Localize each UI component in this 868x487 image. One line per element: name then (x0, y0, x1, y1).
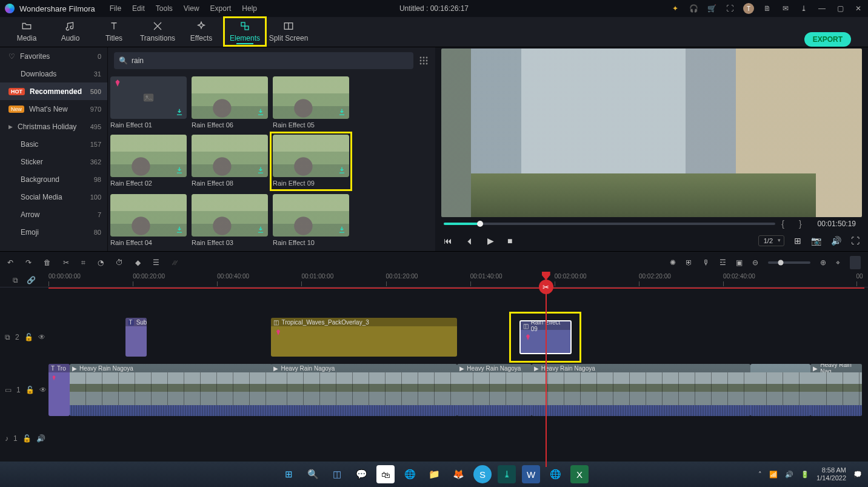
prev-frame-icon[interactable]: ⏮ (444, 236, 452, 246)
notifications-icon[interactable]: 💭 (853, 471, 862, 479)
scissors-icon[interactable]: ✂ (539, 280, 553, 294)
cart-icon[interactable]: 🛒 (707, 4, 716, 13)
tray-chevron-icon[interactable]: ˄ (758, 471, 762, 479)
thumbnail-image[interactable] (110, 76, 187, 119)
sidebar-item-basic[interactable]: Basic157 (0, 135, 107, 153)
tab-effects[interactable]: Effects (179, 16, 223, 47)
thumbnail-image[interactable] (110, 194, 187, 237)
firefox-icon[interactable]: 🦊 (449, 465, 467, 483)
snapshot-icon[interactable]: 📷 (811, 236, 821, 246)
play-icon[interactable]: ▶ (487, 236, 494, 246)
thumbnail-card[interactable]: Rain Effect 06 (192, 76, 268, 129)
sidebar-item-christmas[interactable]: ▶ Christmas Holiday 495 (0, 118, 107, 135)
visibility-icon[interactable]: 👁 (39, 386, 47, 394)
timeline-ruler[interactable]: ⧉ 🔗 00:00:00:0000:00:20:0000:00:40:0000:… (0, 273, 868, 287)
clip-video[interactable]: ▶Heavy Rain Nagoya (271, 364, 457, 416)
playhead[interactable]: ✂ (546, 273, 547, 467)
voiceover-icon[interactable]: 🎙 (703, 258, 710, 267)
thumbnail-image[interactable] (273, 76, 349, 119)
idea-icon[interactable]: ✦ (670, 4, 680, 13)
preview-page-select[interactable]: 1/2 (758, 235, 784, 246)
battery-icon[interactable]: 🔋 (801, 471, 809, 479)
clip-overlay[interactable]: ◫Tropical_Waves_PackOverlay_3 (271, 318, 457, 357)
mixer-icon[interactable]: ☲ (719, 258, 726, 267)
export-button[interactable]: EXPORT (804, 32, 851, 47)
sidebar-item-socialmedia[interactable]: Social Media100 (0, 188, 107, 206)
chat-icon[interactable]: 💬 (352, 465, 370, 483)
duration-icon[interactable]: ⏱ (116, 258, 123, 267)
stop-icon[interactable]: ■ (507, 236, 512, 246)
thumbnail-image[interactable] (192, 194, 268, 237)
zoom-out-icon[interactable]: ⊖ (752, 258, 758, 267)
thumbnail-image[interactable] (192, 135, 268, 177)
grid-view-icon[interactable] (418, 55, 429, 66)
display-icon[interactable]: ⊞ (794, 236, 801, 246)
menu-tools[interactable]: Tools (156, 4, 173, 13)
zoom-slider[interactable] (768, 261, 810, 264)
thumbnail-image[interactable] (273, 194, 349, 237)
tab-transitions[interactable]: Transitions (136, 16, 179, 47)
save-icon[interactable]: 🗎 (763, 4, 772, 13)
mark-in-out-icon[interactable]: { } (781, 219, 807, 229)
keyframe-icon[interactable]: ◆ (135, 258, 141, 267)
thumbnail-card[interactable]: Rain Effect 03 (192, 194, 268, 246)
taskbar-search-icon[interactable]: 🔍 (304, 465, 322, 483)
sound-icon[interactable]: 🔊 (785, 471, 793, 479)
sidebar-item-arrow[interactable]: Arrow7 (0, 206, 107, 223)
speed-icon[interactable]: ◔ (98, 258, 104, 267)
fullscreen-icon[interactable]: ⛶ (851, 236, 860, 246)
gift-icon[interactable]: ⛶ (725, 4, 735, 13)
clip-video[interactable]: ▶Heavy Rain Nagoya (457, 364, 531, 416)
redo-icon[interactable]: ↷ (25, 258, 32, 267)
menu-view[interactable]: View (184, 4, 199, 13)
lock-icon[interactable]: 🔓 (25, 386, 35, 394)
search-input[interactable] (132, 56, 409, 65)
sidebar-item-recommended[interactable]: HOT Recommended 500 (0, 82, 107, 100)
thumbnail-card[interactable]: Rain Effect 08 (192, 135, 268, 188)
excel-icon[interactable]: X (570, 465, 589, 483)
taskbar-clock[interactable]: 8:58 AM 1/14/2022 (816, 466, 846, 482)
window-close-icon[interactable]: ✕ (853, 4, 863, 13)
filmora-app-icon[interactable]: ⤓ (498, 465, 516, 483)
clip-video[interactable] (750, 364, 811, 416)
clip-video[interactable]: ▶Heavy Rain Nagoya (70, 364, 272, 416)
sidebar-item-emoji[interactable]: Emoji80 (0, 223, 107, 241)
group-icon[interactable]: ▣ (736, 258, 743, 267)
timeline-area[interactable]: ✂ ⧉ 2 🔓 👁 TSub ◫Tropical_Waves_PackOverl… (0, 287, 868, 467)
clip-video[interactable]: ▶Heavy Rain Nagoya (532, 364, 750, 416)
support-icon[interactable]: 🎧 (689, 4, 698, 13)
adjust-icon[interactable]: ☰ (153, 258, 159, 267)
step-back-icon[interactable]: ⏴ (466, 236, 474, 246)
undo-icon[interactable]: ↶ (7, 258, 13, 267)
thumbnail-image[interactable] (192, 76, 268, 119)
clip-video[interactable]: ▶Heavy Rain Nag (810, 364, 862, 416)
word-icon[interactable]: W (522, 465, 540, 483)
zoom-in-icon[interactable]: ⊕ (820, 258, 826, 267)
link-icon[interactable]: 🔗 (27, 276, 36, 284)
thumbnail-card[interactable]: Rain Effect 09 (273, 135, 349, 188)
sidebar-item-background[interactable]: Background98 (0, 170, 107, 188)
thumbnail-card[interactable]: Rain Effect 01 (110, 76, 187, 129)
clip-subtitle[interactable]: TSub (125, 318, 147, 357)
window-min-icon[interactable]: — (817, 4, 827, 13)
crop-icon[interactable]: ⌗ (81, 258, 85, 267)
tab-media[interactable]: Media (5, 16, 48, 47)
sidebar-item-sticker[interactable]: Sticker362 (0, 153, 107, 170)
mute-icon[interactable]: 🔊 (36, 434, 45, 443)
split-icon[interactable]: ✂ (63, 258, 69, 267)
sidebar-item-downloads[interactable]: Downloads 31 (0, 65, 107, 82)
thumbnail-card[interactable]: Rain Effect 10 (273, 194, 349, 246)
menu-file[interactable]: File (110, 4, 121, 13)
tab-splitscreen[interactable]: Split Screen (267, 16, 310, 47)
delete-icon[interactable]: 🗑 (44, 258, 51, 267)
tab-titles[interactable]: Titles (92, 16, 136, 47)
start-button[interactable]: ⊞ (279, 465, 298, 483)
skype-icon[interactable]: S (473, 465, 492, 483)
render-icon[interactable]: ✺ (670, 258, 676, 267)
menu-help[interactable]: Help (242, 4, 257, 13)
user-avatar[interactable]: T (743, 3, 754, 14)
message-icon[interactable]: ✉ (781, 4, 790, 13)
menu-edit[interactable]: Edit (132, 4, 145, 13)
tab-audio[interactable]: Audio (48, 16, 92, 47)
preview-viewport[interactable] (441, 49, 862, 217)
